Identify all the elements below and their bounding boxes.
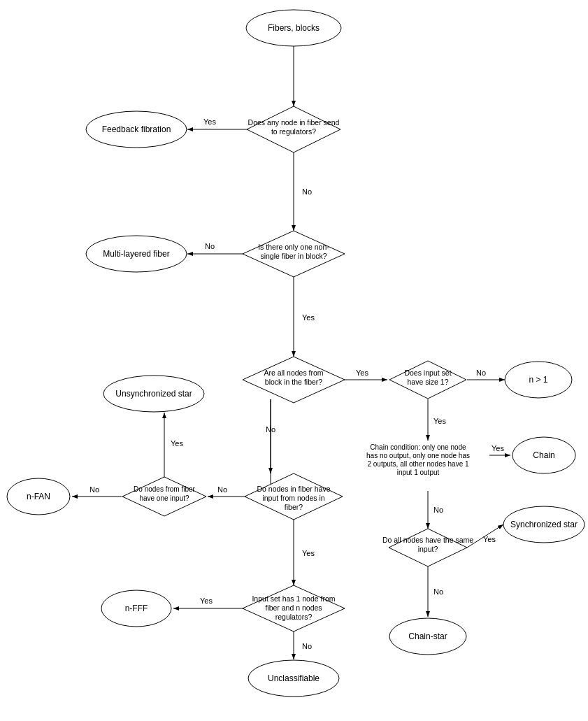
label-chain-cond-l2: has no output, only one node has	[366, 452, 470, 459]
label-chaincond-no: No	[433, 506, 443, 514]
label-fibers-blocks: Fibers, blocks	[268, 23, 320, 33]
label-q1-no: No	[302, 187, 312, 196]
label-q1-yes: Yes	[203, 117, 216, 126]
label-q6-l2: have one input?	[139, 494, 189, 502]
label-q4-l2: have size 1?	[408, 378, 449, 386]
label-q7-l1: Do all nodes have the same	[382, 536, 473, 544]
label-q1-l1: Does any node in fiber send	[248, 118, 340, 127]
label-q2-no: No	[205, 242, 215, 250]
label-q3-yes: Yes	[356, 369, 368, 377]
label-q3-l2: block in the fiber?	[265, 378, 322, 386]
label-n-fff: n-FFF	[125, 604, 148, 613]
label-chain-cond-l1: Chain condition: only one node	[370, 443, 466, 451]
label-q2-l1: Is there only one non-	[258, 243, 329, 251]
flowchart-container: Yes No No Yes Yes No Yes Yes No Yes No N…	[0, 0, 588, 721]
label-q5-l3: fiber?	[285, 503, 303, 511]
label-q5-no: No	[217, 485, 227, 494]
label-q8-no: No	[302, 642, 312, 650]
label-q6-yes: Yes	[171, 439, 183, 448]
label-feedback-fibration: Feedback fibration	[102, 124, 171, 134]
label-q8-l1: Input set has 1 node from	[252, 594, 335, 603]
label-q8-l2: fiber and n nodes	[265, 604, 322, 612]
label-unsynchronized-star: Unsynchronized star	[115, 389, 192, 399]
label-chain-star: Chain-star	[408, 631, 447, 641]
label-q7-l2: input?	[418, 545, 438, 553]
label-unclassifiable: Unclassifiable	[268, 673, 320, 683]
label-n-fan: n-FAN	[27, 492, 50, 501]
label-q8-yes: Yes	[200, 597, 213, 605]
label-q4-l1: Does input set	[404, 369, 451, 377]
label-q6-l1: Do nodes from fiber	[134, 485, 195, 493]
label-q5-l2: input from nodes in	[262, 494, 324, 502]
label-q4-no: No	[476, 369, 486, 377]
label-q5-l1: Do nodes in fiber have	[257, 485, 330, 493]
label-q2-yes: Yes	[302, 313, 315, 322]
label-q4-yes: Yes	[433, 417, 446, 425]
label-q5-yes: Yes	[302, 549, 315, 557]
label-chain-cond-l3: 2 outputs, all other nodes have 1	[367, 460, 469, 468]
label-q2-l2: single fiber in block?	[260, 252, 327, 260]
label-multi-layered-fiber: Multi-layered fiber	[103, 249, 169, 259]
label-q6-no: No	[89, 485, 99, 494]
label-q7-no: No	[433, 587, 443, 596]
label-q1-l2: to regulators?	[271, 127, 316, 136]
label-q3-l1: Are all nodes from	[264, 369, 323, 377]
label-chain-cond-l4: input 1 output	[397, 469, 440, 476]
label-chaincond-yes: Yes	[492, 444, 504, 452]
label-n-gt-1: n > 1	[529, 375, 547, 385]
label-chain: Chain	[533, 450, 554, 460]
label-synchronized-star: Synchronized star	[510, 520, 578, 529]
label-q8-l3: regulators?	[275, 613, 313, 621]
label-q7-yes: Yes	[483, 535, 496, 543]
